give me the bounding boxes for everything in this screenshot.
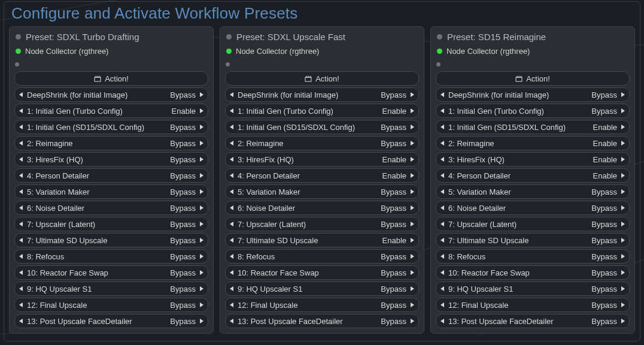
chevron-left-icon[interactable] xyxy=(440,205,446,211)
chevron-right-icon[interactable] xyxy=(409,318,415,324)
chevron-right-icon[interactable] xyxy=(619,205,625,211)
chevron-left-icon[interactable] xyxy=(440,302,446,308)
param-row[interactable]: 1: Initial Gen (Turbo Config)Enable xyxy=(14,104,208,118)
param-row[interactable]: 9: HQ Upscaler S1Bypass xyxy=(14,282,208,296)
param-row[interactable]: 6: Noise DetailerBypass xyxy=(225,201,419,215)
chevron-left-icon[interactable] xyxy=(19,92,25,98)
param-row[interactable]: 13: Post Upscale FaceDetailerBypass xyxy=(225,314,419,328)
chevron-right-icon[interactable] xyxy=(198,172,204,178)
param-row[interactable]: 7: Upscaler (Latent)Bypass xyxy=(225,217,419,231)
chevron-right-icon[interactable] xyxy=(198,253,204,259)
param-row[interactable]: 4: Person DetailerBypass xyxy=(14,168,208,183)
chevron-right-icon[interactable] xyxy=(619,189,625,195)
chevron-left-icon[interactable] xyxy=(440,156,446,162)
chevron-left-icon[interactable] xyxy=(440,108,446,114)
preset-panel[interactable]: Preset: SD15 ReimagineNode Collector (rg… xyxy=(430,26,635,334)
chevron-right-icon[interactable] xyxy=(198,156,204,162)
param-row[interactable]: 1: Initial Gen (SD15/SDXL Config)Bypass xyxy=(14,120,208,134)
chevron-left-icon[interactable] xyxy=(440,140,446,146)
chevron-left-icon[interactable] xyxy=(19,221,25,227)
param-row[interactable]: 4: Person DetailerEnable xyxy=(436,168,630,183)
panel-header[interactable]: Preset: SDXL Upscale Fast xyxy=(225,31,419,46)
chevron-right-icon[interactable] xyxy=(619,302,625,308)
param-row[interactable]: 7: Ultimate SD UpscaleEnable xyxy=(225,233,419,247)
chevron-right-icon[interactable] xyxy=(619,92,625,98)
chevron-right-icon[interactable] xyxy=(198,221,204,227)
param-row[interactable]: 7: Ultimate SD UpscaleBypass xyxy=(14,233,208,247)
chevron-right-icon[interactable] xyxy=(409,172,415,178)
chevron-right-icon[interactable] xyxy=(619,172,625,178)
chevron-left-icon[interactable] xyxy=(440,124,446,130)
param-row[interactable]: 4: Person DetailerEnable xyxy=(225,168,419,183)
preset-panel[interactable]: Preset: SDXL Turbo DraftingNode Collecto… xyxy=(9,26,214,334)
chevron-left-icon[interactable] xyxy=(19,172,25,178)
chevron-right-icon[interactable] xyxy=(409,253,415,259)
param-row[interactable]: 7: Upscaler (Latent)Bypass xyxy=(14,217,208,231)
chevron-left-icon[interactable] xyxy=(229,189,235,195)
chevron-right-icon[interactable] xyxy=(409,92,415,98)
chevron-left-icon[interactable] xyxy=(19,253,25,259)
chevron-right-icon[interactable] xyxy=(198,205,204,211)
chevron-left-icon[interactable] xyxy=(440,221,446,227)
chevron-left-icon[interactable] xyxy=(19,318,25,324)
chevron-left-icon[interactable] xyxy=(19,124,25,130)
param-row[interactable]: 12: Final UpscaleBypass xyxy=(14,298,208,312)
param-row[interactable]: 12: Final UpscaleBypass xyxy=(225,298,419,312)
chevron-left-icon[interactable] xyxy=(19,237,25,243)
chevron-left-icon[interactable] xyxy=(229,124,235,130)
chevron-right-icon[interactable] xyxy=(619,237,625,243)
chevron-left-icon[interactable] xyxy=(229,221,235,227)
chevron-right-icon[interactable] xyxy=(409,124,415,130)
param-row[interactable]: 1: Initial Gen (SD15/SDXL Config)Bypass xyxy=(225,120,419,134)
param-row[interactable]: 2: ReimagineBypass xyxy=(14,136,208,150)
param-row[interactable]: 7: Ultimate SD UpscaleBypass xyxy=(436,233,630,247)
panel-header[interactable]: Preset: SD15 Reimagine xyxy=(436,31,630,46)
action-button[interactable]: Action! xyxy=(225,71,419,86)
param-row[interactable]: 6: Noise DetailerBypass xyxy=(14,201,208,215)
chevron-right-icon[interactable] xyxy=(409,221,415,227)
chevron-right-icon[interactable] xyxy=(409,302,415,308)
chevron-right-icon[interactable] xyxy=(409,205,415,211)
extra-port-icon[interactable] xyxy=(15,62,19,66)
chevron-right-icon[interactable] xyxy=(198,270,204,276)
param-row[interactable]: 1: Initial Gen (Turbo Config)Enable xyxy=(225,104,419,118)
chevron-left-icon[interactable] xyxy=(19,205,25,211)
chevron-left-icon[interactable] xyxy=(229,253,235,259)
chevron-left-icon[interactable] xyxy=(229,318,235,324)
chevron-left-icon[interactable] xyxy=(440,253,446,259)
param-row[interactable]: 12: Final UpscaleBypass xyxy=(436,298,630,312)
chevron-left-icon[interactable] xyxy=(19,302,25,308)
chevron-right-icon[interactable] xyxy=(198,302,204,308)
param-row[interactable]: 3: HiresFix (HQ)Bypass xyxy=(14,152,208,167)
chevron-left-icon[interactable] xyxy=(440,286,446,292)
param-row[interactable]: 8: RefocusBypass xyxy=(14,249,208,264)
chevron-left-icon[interactable] xyxy=(229,237,235,243)
collapse-dot-icon[interactable] xyxy=(16,34,21,40)
panel-header[interactable]: Preset: SDXL Turbo Drafting xyxy=(14,31,208,46)
chevron-left-icon[interactable] xyxy=(19,270,25,276)
chevron-right-icon[interactable] xyxy=(619,286,625,292)
param-row[interactable]: 5: Variation MakerBypass xyxy=(225,184,419,199)
action-button[interactable]: Action! xyxy=(14,71,208,86)
chevron-left-icon[interactable] xyxy=(229,286,235,292)
chevron-left-icon[interactable] xyxy=(19,189,25,195)
chevron-right-icon[interactable] xyxy=(619,221,625,227)
param-row[interactable]: DeepShrink (for initial Image)Bypass xyxy=(225,87,419,102)
chevron-right-icon[interactable] xyxy=(198,108,204,114)
param-row[interactable]: 1: Initial Gen (Turbo Config)Bypass xyxy=(436,104,630,118)
collapse-dot-icon[interactable] xyxy=(437,34,442,40)
param-row[interactable]: 13: Post Upscale FaceDetailerBypass xyxy=(436,314,630,328)
param-row[interactable]: 7: Upscaler (Latent)Bypass xyxy=(436,217,630,231)
param-row[interactable]: 8: RefocusBypass xyxy=(225,249,419,264)
chevron-right-icon[interactable] xyxy=(198,124,204,130)
chevron-left-icon[interactable] xyxy=(19,108,25,114)
chevron-right-icon[interactable] xyxy=(409,270,415,276)
param-row[interactable]: 2: ReimagineEnable xyxy=(436,136,630,150)
extra-port-icon[interactable] xyxy=(226,62,230,66)
chevron-left-icon[interactable] xyxy=(19,156,25,162)
chevron-left-icon[interactable] xyxy=(440,92,446,98)
chevron-right-icon[interactable] xyxy=(619,253,625,259)
chevron-left-icon[interactable] xyxy=(19,286,25,292)
param-row[interactable]: 2: ReimagineBypass xyxy=(225,136,419,150)
chevron-left-icon[interactable] xyxy=(229,156,235,162)
